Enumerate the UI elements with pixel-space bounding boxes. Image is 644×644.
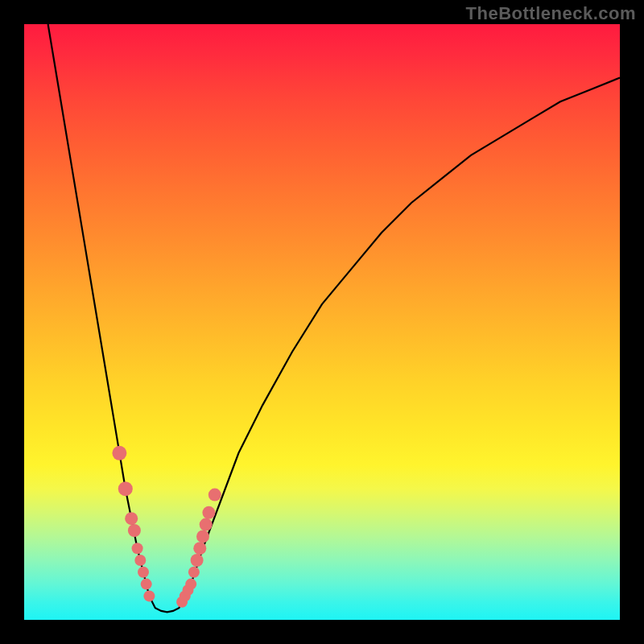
- marker-point: [191, 554, 204, 567]
- marker-point: [118, 481, 133, 496]
- marker-point: [202, 506, 215, 519]
- curve-layer: [24, 24, 620, 620]
- marker-point: [141, 579, 152, 590]
- marker-point: [143, 590, 155, 601]
- marker-point: [188, 567, 200, 578]
- marker-point: [200, 518, 213, 531]
- marker-point: [134, 555, 146, 566]
- marker-group: [112, 446, 221, 608]
- marker-point: [196, 530, 209, 543]
- marker-point: [125, 512, 138, 525]
- marker-point: [138, 567, 149, 578]
- marker-point: [132, 543, 143, 554]
- marker-point: [185, 579, 196, 590]
- marker-point: [193, 542, 206, 555]
- plot-area: [24, 24, 620, 620]
- marker-point: [128, 524, 141, 537]
- marker-point: [112, 446, 126, 460]
- marker-point: [208, 489, 221, 502]
- attribution-text: TheBottleneck.com: [466, 3, 636, 24]
